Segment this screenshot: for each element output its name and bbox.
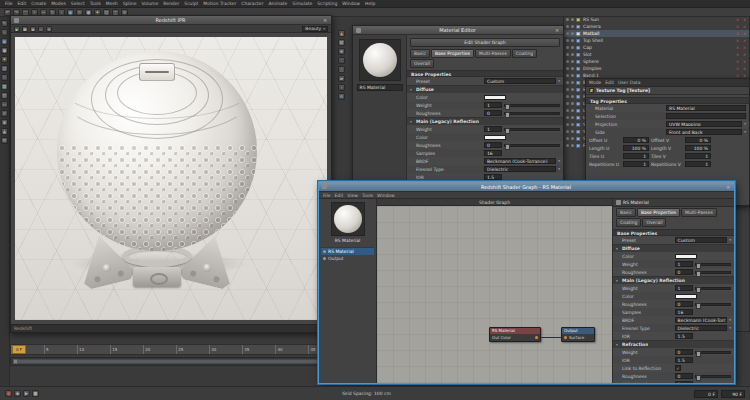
- material-preview[interactable]: [359, 39, 401, 81]
- property-row[interactable]: ▾ Roughness 0 0 ▾: [407, 109, 563, 117]
- value-field[interactable]: 1.5: [484, 174, 502, 180]
- object-row[interactable]: ▣ Matball × ×: [564, 30, 749, 37]
- color-swatch[interactable]: [484, 135, 506, 140]
- value-field[interactable]: 0: [484, 110, 502, 116]
- pick-icon[interactable]: ⊕: [46, 26, 52, 32]
- menu-item[interactable]: Tools: [362, 193, 373, 198]
- editor-visibility-dot[interactable]: [566, 95, 569, 98]
- slider-track[interactable]: [695, 271, 731, 274]
- node-list-item[interactable]: Output: [321, 255, 374, 262]
- property-row[interactable]: ▾ BRDF Beckmann (Cook-Torrance) Beckmann…: [613, 316, 734, 324]
- render-visibility-dot[interactable]: [571, 123, 574, 126]
- autokey-icon[interactable]: ●: [5, 390, 12, 397]
- slider-track[interactable]: [504, 144, 560, 147]
- slider-track[interactable]: [695, 351, 731, 354]
- snapshot-icon[interactable]: ▣: [30, 26, 36, 32]
- value-field[interactable]: 1.5: [675, 357, 693, 363]
- render-visibility-dot[interactable]: [571, 46, 574, 49]
- value-field[interactable]: 0: [675, 349, 693, 355]
- menu-item[interactable]: Tools: [90, 1, 101, 6]
- property-row[interactable]: ▾ Color ▾: [407, 133, 563, 141]
- menu-item[interactable]: View: [347, 193, 358, 198]
- menu-item[interactable]: Select: [71, 1, 85, 6]
- render-visibility-dot[interactable]: [571, 109, 574, 112]
- group-expand-icon[interactable]: ▾: [410, 120, 414, 124]
- property-row[interactable]: ▾ Roughness 0 0 ▾: [613, 300, 734, 308]
- value-field[interactable]: 1: [685, 153, 711, 159]
- node-output[interactable]: Output Surface: [561, 327, 595, 342]
- render-visibility-dot[interactable]: [571, 25, 574, 28]
- node-tab[interactable]: Overall: [642, 218, 666, 227]
- timeline-tick[interactable]: 10: [77, 345, 110, 354]
- value-field[interactable]: 1: [484, 126, 502, 132]
- menu-item[interactable]: Volume: [142, 1, 159, 6]
- stop-ipr-icon[interactable]: ■: [22, 26, 28, 32]
- color-swatch[interactable]: [484, 95, 506, 100]
- editor-visibility-dot[interactable]: [566, 109, 569, 112]
- property-row[interactable]: ▾ IOR 1.5 1.5 ▾: [613, 356, 734, 364]
- phong-tag-icon[interactable]: ×: [742, 38, 747, 43]
- property-row[interactable]: ▾ Weight 0 0 ▾: [613, 348, 734, 356]
- property-row[interactable]: ▾ IOR 1.5 1.5 ▾: [613, 332, 734, 340]
- timeline-tick[interactable]: 15: [110, 345, 143, 354]
- editor-visibility-dot[interactable]: [566, 102, 569, 105]
- slider-track[interactable]: [695, 375, 731, 378]
- section-header[interactable]: Tag Properties: [586, 97, 749, 104]
- render-visibility-dot[interactable]: [571, 18, 574, 21]
- texture-tag-icon[interactable]: ×: [735, 52, 740, 57]
- node-list-item[interactable]: RS Material: [321, 248, 374, 255]
- render-visibility-dot[interactable]: [571, 102, 574, 105]
- edges-mode-icon[interactable]: △: [338, 66, 345, 73]
- property-row[interactable]: ▾ Main (Legacy) Reflection ▾: [613, 276, 734, 284]
- close-icon[interactable]: ×: [554, 27, 560, 33]
- camera-icon[interactable]: ▤: [1, 65, 8, 72]
- close-icon[interactable]: ×: [725, 184, 731, 190]
- node-tab[interactable]: Basic: [616, 208, 636, 217]
- close-icon[interactable]: ×: [322, 17, 328, 23]
- render-visibility-dot[interactable]: [571, 88, 574, 91]
- start-ipr-icon[interactable]: ▶: [14, 26, 20, 32]
- property-row[interactable]: ▾ Samples 16 16 ▾: [407, 149, 563, 157]
- volume-icon[interactable]: ▥: [1, 92, 8, 99]
- texture-tag-icon[interactable]: ×: [735, 59, 740, 64]
- range-end-field[interactable]: 90 F: [721, 390, 745, 398]
- value-field[interactable]: 0: [675, 269, 693, 275]
- editor-visibility-dot[interactable]: [566, 46, 569, 49]
- range-start-field[interactable]: 0 F: [694, 390, 718, 398]
- editor-visibility-dot[interactable]: [566, 81, 569, 84]
- node-connection-wire[interactable]: [541, 337, 561, 338]
- property-row[interactable]: ▾ BRDF Beckmann (Cook-Torrance) Beckmann…: [407, 157, 563, 165]
- workplane-icon[interactable]: ◈: [338, 48, 345, 55]
- field-icon[interactable]: ▭: [1, 101, 8, 108]
- menu-item[interactable]: Help: [365, 1, 375, 6]
- render-visibility-dot[interactable]: [571, 39, 574, 42]
- property-row[interactable]: ▾ Weight 1 1 ▾: [407, 101, 563, 109]
- property-row[interactable]: ▾ Color ▾: [407, 93, 563, 101]
- editor-visibility-dot[interactable]: [566, 39, 569, 42]
- pen-icon[interactable]: ✎: [1, 20, 8, 27]
- value-field[interactable]: 100 %: [623, 145, 649, 151]
- color-swatch[interactable]: [675, 294, 697, 299]
- value-field[interactable]: [666, 113, 746, 119]
- texture-tag-icon[interactable]: ×: [735, 17, 740, 22]
- editor-visibility-dot[interactable]: [566, 88, 569, 91]
- value-field[interactable]: Beckmann (Cook-Torrance): [675, 317, 728, 323]
- render-visibility-dot[interactable]: [571, 137, 574, 140]
- menu-item[interactable]: Edit: [605, 80, 614, 85]
- phong-tag-icon[interactable]: ×: [742, 17, 747, 22]
- slider-track[interactable]: [504, 112, 560, 115]
- menu-item[interactable]: Scripting: [317, 1, 337, 6]
- texture-tag-icon[interactable]: ×: [735, 38, 740, 43]
- editor-visibility-dot[interactable]: [566, 32, 569, 35]
- cube-icon[interactable]: ▣: [1, 38, 8, 45]
- render-visibility-dot[interactable]: [571, 116, 574, 119]
- property-row[interactable]: ▾ Preset Custom Custom ▾: [407, 77, 563, 85]
- editor-visibility-dot[interactable]: [566, 74, 569, 77]
- render-visibility-dot[interactable]: [571, 32, 574, 35]
- property-row[interactable]: ▾ Color ▾: [613, 292, 734, 300]
- node-tab[interactable]: Coating: [616, 218, 641, 227]
- value-field[interactable]: 0: [484, 142, 502, 148]
- menu-item[interactable]: File: [5, 1, 13, 6]
- menu-item[interactable]: Create: [31, 1, 46, 6]
- property-row[interactable]: ▾ Link to Reflection ✓ ✓ ▾: [613, 364, 734, 372]
